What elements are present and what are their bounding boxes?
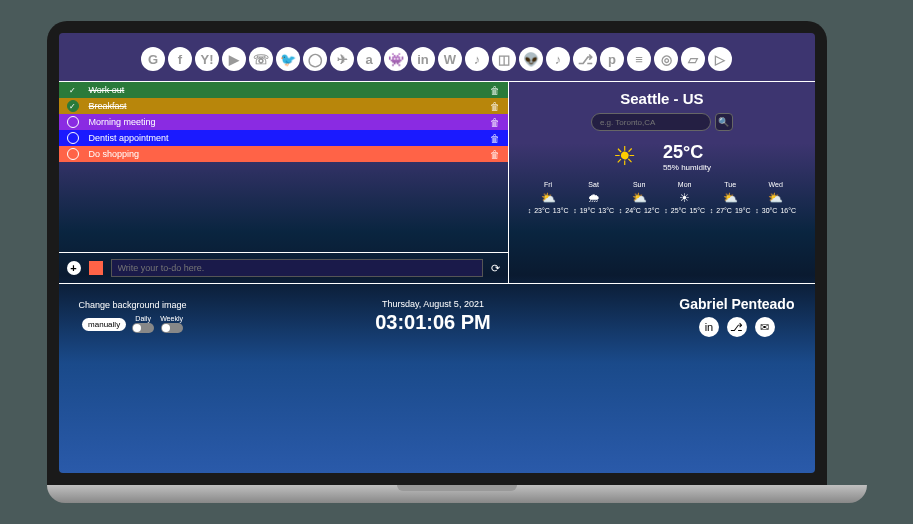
weather-icon: 🌧 [573,191,614,205]
city-search-input[interactable] [591,113,711,131]
current-weather: ☀ 25°C 55% humidity [521,141,802,173]
weather-icon: ⛅ [619,191,660,205]
dashboard-screen: GfY!▶☏🐦◯✈a👾inW♪◫👽♪⎇p≡◎▱▷ ✓Work out🗑✓Brea… [59,33,815,473]
linkedin-icon[interactable]: in [699,317,719,337]
social-icon-9[interactable]: 👾 [384,47,408,71]
forecast-row: Fri⛅↕23°C13°CSat🌧↕19°C13°CSun⛅↕24°C12°CM… [521,181,802,214]
trash-icon[interactable]: 🗑 [490,85,500,96]
weather-icon: ⛅ [755,191,796,205]
todo-list: ✓Work out🗑✓Breakfast🗑Morning meeting🗑Den… [59,82,509,162]
trash-icon[interactable]: 🗑 [490,101,500,112]
forecast-day-name: Fri [528,181,569,188]
forecast-hi: 19°C [580,207,596,214]
social-icon-6[interactable]: ◯ [303,47,327,71]
social-icon-7[interactable]: ✈ [330,47,354,71]
social-icon-19[interactable]: ◎ [654,47,678,71]
github-icon[interactable]: ⎇ [727,317,747,337]
social-icon-12[interactable]: ♪ [465,47,489,71]
todo-checkbox[interactable]: ✓ [67,100,79,112]
social-icon-14[interactable]: 👽 [519,47,543,71]
weather-icon: ☀ [664,191,705,205]
clock: Thursday, August 5, 2021 03:01:06 PM [375,299,491,334]
forecast-day: Sat🌧↕19°C13°C [573,181,614,214]
todo-input-row: + ⟳ [59,252,509,284]
bg-control-title: Change background image [79,300,187,310]
bg-weekly-label: Weekly [160,315,183,322]
social-icon-1[interactable]: f [168,47,192,71]
weather-icon: ⛅ [710,191,751,205]
todo-text: Work out [89,85,491,95]
weather-icon: ⛅ [528,191,569,205]
todo-checkbox[interactable] [67,132,79,144]
footer: Change background image manually Daily W… [59,284,815,349]
todo-item: ✓Breakfast🗑 [59,98,509,114]
social-icon-5[interactable]: 🐦 [276,47,300,71]
social-icon-21[interactable]: ▷ [708,47,732,71]
social-icon-11[interactable]: W [438,47,462,71]
bg-weekly-toggle[interactable] [161,323,183,333]
trash-icon[interactable]: 🗑 [490,133,500,144]
todo-text: Morning meeting [89,117,491,127]
social-icon-17[interactable]: p [600,47,624,71]
todo-panel: ✓Work out🗑✓Breakfast🗑Morning meeting🗑Den… [59,82,510,284]
todo-item: Dentist appointment🗑 [59,130,509,146]
social-icon-18[interactable]: ≡ [627,47,651,71]
forecast-lo: 12°C [644,207,660,214]
forecast-hi: 25°C [671,207,687,214]
forecast-hi: 23°C [534,207,550,214]
todo-text: Dentist appointment [89,133,491,143]
author-block: Gabriel Penteado in ⎇ ✉ [679,296,794,337]
forecast-day: Fri⛅↕23°C13°C [528,181,569,214]
social-icon-20[interactable]: ▱ [681,47,705,71]
social-icon-15[interactable]: ♪ [546,47,570,71]
todo-item: Do shopping🗑 [59,146,509,162]
todo-item: Morning meeting🗑 [59,114,509,130]
forecast-lo: 13°C [598,207,614,214]
todo-checkbox[interactable]: ✓ [67,84,79,96]
forecast-lo: 16°C [780,207,796,214]
forecast-day: Tue⛅↕27°C19°C [710,181,751,214]
forecast-hi: 30°C [762,207,778,214]
email-icon[interactable]: ✉ [755,317,775,337]
trash-icon[interactable]: 🗑 [490,117,500,128]
color-picker[interactable] [89,261,103,275]
bg-daily-label: Daily [135,315,151,322]
search-button[interactable]: 🔍 [715,113,733,131]
social-icon-13[interactable]: ◫ [492,47,516,71]
social-icon-2[interactable]: Y! [195,47,219,71]
social-bar: GfY!▶☏🐦◯✈a👾inW♪◫👽♪⎇p≡◎▱▷ [59,33,815,81]
social-icon-8[interactable]: a [357,47,381,71]
forecast-day: Wed⛅↕30°C16°C [755,181,796,214]
forecast-day: Sun⛅↕24°C12°C [619,181,660,214]
todo-input[interactable] [111,259,484,277]
bg-manual-button[interactable]: manually [82,318,126,331]
forecast-day-name: Sat [573,181,614,188]
forecast-lo: 15°C [689,207,705,214]
weather-panel: Seattle - US 🔍 ☀ 25°C 55% humidity Fri⛅↕… [509,82,814,284]
social-icon-16[interactable]: ⎇ [573,47,597,71]
refresh-icon[interactable]: ⟳ [491,262,500,275]
city-name: Seattle - US [521,90,802,107]
forecast-day: Mon☀↕25°C15°C [664,181,705,214]
todo-checkbox[interactable] [67,148,79,160]
todo-item: ✓Work out🗑 [59,82,509,98]
social-icon-10[interactable]: in [411,47,435,71]
todo-checkbox[interactable] [67,116,79,128]
forecast-day-name: Wed [755,181,796,188]
todo-text: Do shopping [89,149,491,159]
social-icon-4[interactable]: ☏ [249,47,273,71]
forecast-hi: 27°C [716,207,732,214]
todo-text: Breakfast [89,101,491,111]
sun-icon: ☀ [613,141,645,173]
bg-daily-toggle[interactable] [132,323,154,333]
social-icon-0[interactable]: G [141,47,165,71]
trash-icon[interactable]: 🗑 [490,149,500,160]
add-todo-button[interactable]: + [67,261,81,275]
forecast-lo: 19°C [735,207,751,214]
author-name: Gabriel Penteado [679,296,794,312]
temperature: 25°C [663,142,711,163]
social-icon-3[interactable]: ▶ [222,47,246,71]
time: 03:01:06 PM [375,311,491,334]
humidity: 55% humidity [663,163,711,172]
forecast-lo: 13°C [553,207,569,214]
